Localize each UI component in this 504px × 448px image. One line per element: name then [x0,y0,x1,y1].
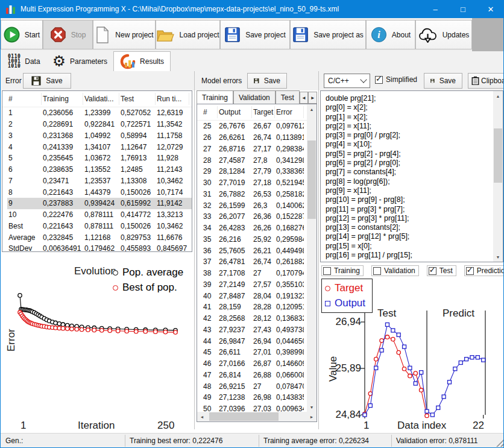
table-row[interactable]: 4426,984726,940,044650 [202,335,317,347]
tab-scroll-right-button[interactable]: ► [308,92,317,104]
model-errors-table[interactable]: #OutputTargetError 2526,767626,670,09761… [197,104,317,422]
table-row[interactable]: 3927,214927,570,355103 [202,279,317,291]
table-row[interactable]: 3526,21625,920,295984 [202,234,317,245]
scroll-left-icon[interactable]: ◄ [197,412,207,421]
start-button[interactable]: Start [1,20,43,49]
code-panel[interactable]: double prg[21];prg[0] = x[2];prg[1] = x[… [320,90,503,262]
column-header[interactable]: # [202,106,218,118]
table-row[interactable]: 40,2413391,341071,1264712,0729 [7,141,192,153]
table-row[interactable]: 4327,923727,430,493738 [202,324,317,336]
table-row[interactable]: 50,2356451,036721,7691311,928 [7,153,192,164]
about-button[interactable]: i About [366,20,415,49]
column-header[interactable]: Target [252,106,275,118]
table-row[interactable]: 20,2286910,9228410,72257111,3542 [7,119,192,130]
table-row[interactable]: 4826,9215270,078470 [202,380,317,392]
model-errors-save-button[interactable]: Save [247,73,287,89]
column-header[interactable]: Run ti... [156,93,189,105]
column-header[interactable]: Test [119,93,156,105]
column-header[interactable]: Output [218,106,252,118]
table-row[interactable]: 2726,871627,170,298384 [202,144,317,155]
tab-test[interactable]: Test [276,90,300,104]
table-row[interactable]: 30,2313681,049920,5899411,1758 [7,130,192,142]
table-row[interactable]: Best0,2216430,8781110,15002610,3462 [7,221,192,232]
maximize-button[interactable]: □ [449,0,477,18]
vertical-scrollbar[interactable]: ▲ ▼ [493,91,503,262]
table-row[interactable]: 4726,81426,880,066008 [202,370,317,381]
filter-training[interactable]: ✓ Training [321,265,364,276]
close-button[interactable]: ✕ [477,0,504,18]
tab-validation[interactable]: Validation [233,90,276,104]
table-row[interactable]: 4228,256828,120,136832 [202,313,317,324]
save-project-as-button[interactable]: Save project as [290,20,366,49]
table-row[interactable]: 4128,15928,280,120951 [202,301,317,313]
column-header[interactable]: Training [42,93,83,105]
scrollbar-thumb[interactable] [209,412,279,421]
error-save-button[interactable]: Save [23,73,71,89]
code-save-button[interactable]: Save [424,73,462,89]
minimize-button[interactable]: – [421,0,449,18]
resize-grip[interactable] [496,440,503,447]
status-validation-error: Validation error: 0,878111 [396,437,477,445]
scrollbar-thumb[interactable] [494,128,502,183]
column-header[interactable]: Validati... [83,93,119,105]
scroll-up-icon[interactable]: ▲ [307,104,317,114]
table-row[interactable]: 4526,61127,010,398998 [202,347,317,358]
clipboard-button[interactable]: Clipboard [468,73,504,89]
table-row[interactable]: 4927,123826,980,143835 [202,392,317,403]
table-cell: 0,221643 [42,222,83,230]
load-project-button[interactable]: Load project [156,20,220,49]
binary-data-icon: 0110 1001 1010 [8,54,20,69]
table-row[interactable]: 3326,207726,360,152287 [202,211,317,222]
table-row[interactable]: 70,234711,235371,1330810,3462 [7,175,192,187]
table-row[interactable]: 80,2216431,443790,15002610,7174 [7,186,192,198]
table-row[interactable]: 3027,701927,180,521945 [202,177,317,189]
scroll-up-icon[interactable]: ▲ [493,91,503,101]
table-row[interactable]: 100,2224760,8781110,41477213,3213 [7,209,192,221]
table-cell: 12,6319 [156,109,189,117]
table-cell: 1,03672 [83,154,119,162]
table-cell: 28,12 [252,314,275,323]
vertical-scrollbar[interactable]: ▲ ▼ [307,104,317,412]
tab-results[interactable]: Results [113,51,171,71]
language-select[interactable]: C/C++ [324,74,370,88]
table-row[interactable]: 3625,760526,210,449498 [202,245,317,256]
table-row[interactable]: 10,2360561,233990,52705212,6319 [7,107,192,119]
horizontal-scrollbar[interactable]: ◄ ► [197,412,317,421]
error-table[interactable]: #TrainingValidati...TestRun ti... 10,236… [2,90,192,252]
column-header[interactable]: # [7,93,42,105]
table-row[interactable]: 3426,428326,260,168276 [202,222,317,234]
simplified-checkbox[interactable]: ✓ Simplified [374,75,420,84]
updates-button[interactable]: Updates [415,20,472,49]
scroll-right-icon[interactable]: ► [307,412,317,421]
filter-test[interactable]: ✓ Test [427,265,456,276]
table-row[interactable]: Average0,2328451,121680,82975311,6676 [7,232,192,243]
status-generation: Gen.: [5,437,23,445]
table-row[interactable]: 2928,128427,790,338365 [202,166,317,177]
table-row[interactable]: StdDev0,006364910,1794620,4558930,845697 [7,243,192,252]
table-row[interactable]: 3126,788226,530,258182 [202,189,317,200]
tab-scroll-left-button[interactable]: ◄ [300,92,309,104]
new-project-button[interactable]: New project [93,20,156,49]
tab-data[interactable]: 0110 1001 1010 Data [2,52,46,71]
table-row[interactable]: 90,2378830,9394240,61599211,9142 [7,198,192,209]
table-row[interactable]: 60,2386351,135521,248511,2143 [7,164,192,175]
scroll-down-icon[interactable]: ▼ [493,252,503,262]
save-project-button[interactable]: Save project [220,20,290,49]
table-cell: 26,53 [252,190,275,198]
table-row[interactable]: 3226,159926,30,140062 [202,200,317,211]
filter-validation[interactable]: ✓ Validation [371,265,419,276]
tab-parameters[interactable]: ⚙ Parameters [46,52,113,71]
scroll-down-icon[interactable]: ▼ [307,402,317,412]
filter-predictions[interactable]: ✓ Predictions [464,265,504,276]
table-row[interactable]: 4027,848728,040,191323 [202,290,317,301]
square-marker [482,358,485,362]
table-row[interactable]: 3726,478126,740,261882 [202,256,317,268]
table-row[interactable]: 2626,626126,740,113891 [202,132,317,144]
scrollbar-thumb[interactable] [307,140,316,219]
tab-training[interactable]: Training [197,90,233,104]
table-row[interactable]: 3827,1708270,170794 [202,268,317,279]
table-row[interactable]: 2526,767626,670,097612 [202,121,317,132]
table-row[interactable]: 4627,016626,870,146609 [202,358,317,370]
table-row[interactable]: 2827,458727,80,341298 [202,154,317,166]
column-header[interactable]: Error [275,106,304,118]
